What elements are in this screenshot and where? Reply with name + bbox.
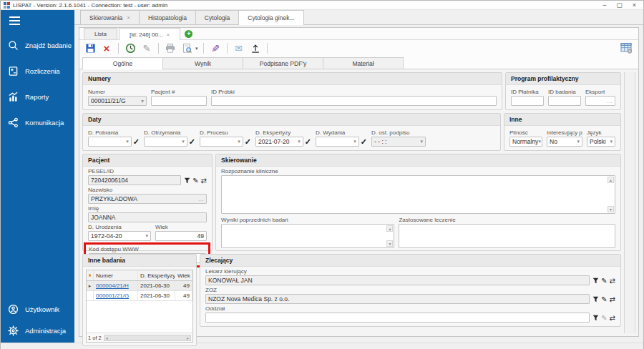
swap-icon[interactable]: ⇄ — [610, 314, 615, 322]
history-button[interactable] — [124, 42, 137, 55]
toolbar: × ✎ — [79, 40, 638, 56]
sidebar: Znajdź badanie Rozliczenia Raporty — [1, 10, 74, 343]
spinner-down-icon[interactable]: ▼ — [386, 240, 393, 247]
spinner-up-icon[interactable]: ▲ — [608, 177, 614, 183]
zastosowane-leczenie-textarea[interactable] — [399, 224, 615, 248]
spinner-up-icon[interactable]: ▲ — [386, 225, 393, 232]
page-indicator: 1 of 2 — [88, 335, 102, 341]
filter-icon[interactable] — [592, 315, 599, 321]
sidebar-item-administracja[interactable]: Administracja — [1, 320, 74, 341]
interesujacy-przypadek-select[interactable]: No▾ — [547, 137, 582, 147]
sidebar-item-komunikacja[interactable]: Komunikacja — [1, 109, 74, 135]
table-pagination: 1 of 2 ◂ ▸ — [87, 333, 192, 342]
group-skierowanie: Skierowanie Rozpoznanie kliniczne ▲ ▼ — [215, 154, 621, 251]
column-header-ekspertyzy[interactable]: D. Ekspertyzy — [138, 270, 175, 280]
search-icon — [8, 40, 19, 51]
edit-pencil-icon[interactable]: ✎ — [601, 277, 607, 285]
delete-button[interactable]: × — [100, 42, 113, 55]
sidebar-item-label: Administracja — [25, 327, 66, 335]
pilnosc-select[interactable]: Normalny▾ — [509, 137, 542, 147]
wiek-field[interactable]: 49 — [155, 231, 207, 241]
pacjent-number-field[interactable] — [151, 96, 207, 106]
filter-icon[interactable] — [184, 177, 190, 184]
tab-podpisane-pdfy[interactable]: Podpisane PDF'y — [243, 57, 323, 69]
add-tab-button[interactable]: + — [185, 30, 192, 38]
table-row[interactable]: 000001/21/G 2021-06-30 49 — [87, 291, 192, 301]
vertical-scrollbar[interactable] — [624, 72, 635, 333]
column-header-numer[interactable]: Numer — [94, 270, 138, 280]
tab-skierowania[interactable]: Skierowania × — [80, 10, 140, 24]
group-title: Inne badania — [83, 255, 196, 267]
data-urodzenia-field[interactable]: 1972-04-20▾ — [88, 231, 151, 241]
sidebar-item-label: Rozliczenia — [25, 67, 60, 75]
swap-icon[interactable]: ⇄ — [610, 295, 615, 303]
scroll-left-icon[interactable]: ◂ — [106, 335, 108, 340]
zoz-field[interactable]: NZOZ Nova Medica Sp. z o.o. — [205, 294, 590, 304]
tab-lista[interactable]: Lista — [84, 28, 117, 39]
column-header-wiek[interactable]: Wiek — [175, 270, 192, 280]
user-icon — [8, 304, 19, 315]
d-wydania-field[interactable]: ▾ — [316, 137, 359, 147]
sign-button[interactable]: ✎ — [209, 42, 222, 55]
d-procesu-field[interactable]: ▾ — [200, 137, 243, 147]
print-preview-icon — [182, 43, 192, 54]
print-button[interactable] — [164, 42, 177, 55]
spinner-down-icon[interactable]: ▼ — [608, 206, 614, 212]
tab-close-icon[interactable]: × — [167, 31, 170, 38]
scroll-right-icon[interactable]: ▸ — [187, 335, 189, 340]
d-pobrania-field[interactable]: ▾ — [88, 137, 132, 147]
restore-button[interactable]: ▢ — [616, 2, 623, 9]
id-probki-field[interactable] — [211, 96, 497, 106]
edit-pencil-icon[interactable]: ✎ — [601, 295, 607, 303]
sidebar-item-raporty[interactable]: Raporty — [1, 84, 74, 109]
d-ost-podpisu-field[interactable]: - - : :▾ — [371, 137, 426, 147]
send-mail-button[interactable]: ✉ — [233, 42, 245, 55]
id-badania-field[interactable] — [548, 96, 581, 106]
lekarz-kierujacy-field[interactable]: KONOWAŁ JAN — [205, 275, 590, 285]
swap-icon[interactable]: ⇄ — [201, 177, 207, 185]
numer-field[interactable]: 000011/21/G▾ — [88, 96, 147, 106]
sidebar-item-znajdz-badanie[interactable]: Znajdź badanie — [1, 32, 74, 58]
tab-wynik[interactable]: Wynik — [162, 57, 243, 69]
rozpoznanie-kliniczne-textarea[interactable]: ▲ ▼ — [221, 175, 615, 214]
print-preview-dropdown-icon[interactable]: ▾ — [195, 46, 198, 51]
horizontal-scrollbar[interactable]: ◂ ▸ — [104, 335, 191, 341]
wyniki-poprzednich-badan-textarea[interactable]: ▲ ▼ — [221, 224, 394, 248]
minimize-button[interactable]: – — [602, 2, 606, 9]
tab-histopatologia[interactable]: Histopatologia — [139, 10, 196, 24]
d-ekspertyzy-field[interactable]: 2021-07-20▾ — [255, 137, 303, 147]
close-button[interactable]: × — [633, 2, 636, 9]
eksport-field[interactable]: … — [585, 96, 615, 106]
filter-icon[interactable] — [592, 277, 599, 284]
tab-cytologia-ginekologiczna[interactable]: Cytologia ginek... — [238, 10, 303, 25]
pesel-field[interactable]: 72042006104 — [88, 175, 181, 185]
badanie-link[interactable]: 000001/21/G — [96, 293, 129, 299]
table-header-row[interactable]: Numer D. Ekspertyzy Wiek — [87, 270, 192, 281]
edit-button[interactable]: ✎ — [140, 42, 153, 55]
imie-field[interactable]: JOANNA — [88, 212, 207, 222]
tab-cytologia[interactable]: Cytologia — [195, 10, 239, 24]
badanie-link[interactable]: 000004/21/H — [96, 282, 129, 289]
tab-ogolne[interactable]: Ogólne — [82, 57, 163, 69]
tab-record[interactable]: [Id: 246] 00... × — [119, 28, 180, 40]
nazwisko-field[interactable]: PRZYKŁADOWA… — [88, 194, 207, 204]
d-otrzymania-field[interactable]: ▾ — [144, 137, 187, 147]
oddzial-field[interactable] — [205, 313, 590, 323]
grid-settings-button[interactable] — [620, 42, 633, 56]
tab-close-icon[interactable]: × — [127, 14, 130, 21]
sidebar-item-rozliczenia[interactable]: Rozliczenia — [1, 58, 74, 84]
sidebar-item-uzytkownik[interactable]: Użytkownik — [1, 298, 74, 320]
id-platnika-field[interactable] — [511, 96, 544, 106]
export-button[interactable] — [249, 42, 262, 55]
module-tab-bar: Skierowania × Histopatologia Cytologia C… — [74, 10, 643, 25]
table-row[interactable]: ▸ 000004/21/H 2021-06-30 49 — [87, 281, 192, 291]
save-button[interactable] — [84, 42, 97, 55]
edit-pencil-icon[interactable]: ✎ — [601, 314, 607, 322]
hamburger-menu-icon[interactable] — [1, 10, 74, 25]
swap-icon[interactable]: ⇄ — [610, 277, 615, 285]
print-preview-button[interactable] — [180, 42, 193, 55]
jezyk-select[interactable]: Polski▾ — [587, 137, 615, 147]
filter-icon[interactable] — [592, 296, 599, 303]
edit-pencil-icon[interactable]: ✎ — [192, 177, 198, 185]
tab-material[interactable]: Materiał — [323, 57, 404, 69]
